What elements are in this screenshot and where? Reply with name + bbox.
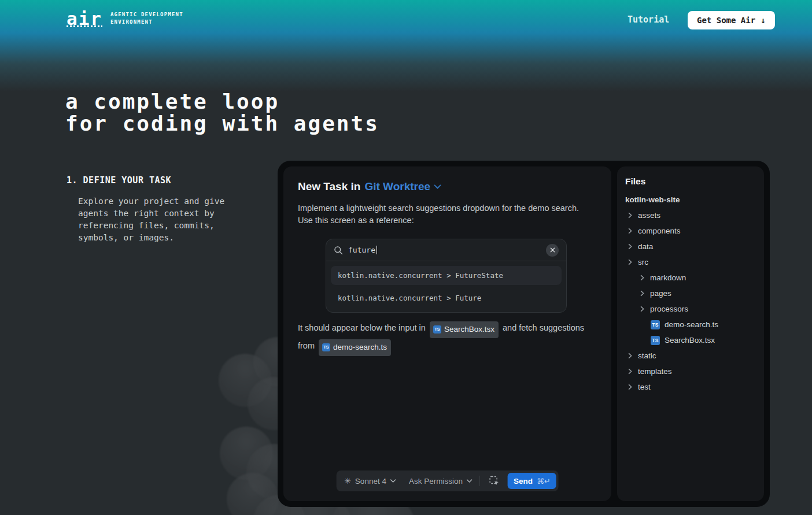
spark-icon: ✳ (344, 476, 351, 486)
tree-label: static (638, 351, 656, 360)
chevron-down-icon (467, 479, 473, 483)
tree-label: pages (650, 289, 671, 298)
composer-bar: ✳ Sonnet 4 Ask Permission (336, 470, 559, 491)
chevron-down-icon (390, 479, 396, 483)
task-panel-title: New Task in Git Worktree (298, 180, 441, 193)
tree-label: demo-search.ts (665, 320, 718, 329)
tree-label: data (638, 242, 653, 251)
divider (479, 476, 480, 486)
tree-label: markdown (650, 273, 686, 282)
file-tree: kotlin-web-site assets components data s… (617, 192, 764, 395)
suggestions-list: kotlin.native.concurrent > FutureState k… (326, 261, 566, 312)
get-some-air-button[interactable]: Get Some Air ↓ (688, 11, 775, 29)
file-chip-label: SearchBox.tsx (444, 322, 494, 337)
search-input-row[interactable]: future (326, 239, 566, 261)
tree-label: SearchBox.tsx (665, 336, 715, 344)
hero-title: a complete loop for coding with agents (65, 91, 379, 135)
chevron-right-icon (627, 353, 633, 359)
tree-file-demo-search[interactable]: TS demo-search.ts (617, 317, 764, 332)
tree-label: test (638, 383, 651, 391)
files-panel-title: Files (625, 176, 645, 187)
task-description-line2: Use this screen as a reference: (298, 214, 594, 227)
suggestion-item[interactable]: kotlin.native.concurrent > Future (331, 288, 562, 307)
screenshot-select-icon[interactable] (487, 473, 502, 488)
tree-folder-processors[interactable]: processors (617, 301, 764, 317)
file-chip-demo-search[interactable]: TSdemo-search.ts (319, 339, 391, 356)
git-worktree-dropdown[interactable]: Git Worktree (364, 180, 441, 193)
nav-tutorial-link[interactable]: Tutorial (628, 14, 669, 25)
tree-label: processors (650, 305, 688, 313)
send-shortcut: ⌘↵ (537, 477, 551, 486)
typescript-icon: TS (433, 325, 441, 334)
typescript-icon: TS (651, 320, 660, 329)
suggestion-item[interactable]: kotlin.native.concurrent > FutureState (331, 266, 562, 285)
file-chip-searchbox[interactable]: TSSearchBox.tsx (430, 321, 499, 338)
model-label: Sonnet 4 (355, 477, 386, 486)
chevron-right-icon (627, 368, 633, 375)
search-icon (334, 246, 343, 255)
footnote-text-1: It should appear below the input in (298, 323, 426, 332)
model-selector[interactable]: ✳ Sonnet 4 (344, 476, 396, 486)
step-description: Explore your project and give agents the… (78, 195, 235, 244)
clear-search-button[interactable] (546, 244, 559, 257)
tree-folder-pages[interactable]: pages (617, 286, 764, 301)
step-define-task: 1. DEFINE YOUR TASK Explore your project… (67, 175, 240, 244)
cta-label: Get Some Air (697, 16, 755, 25)
tree-folder-static[interactable]: static (617, 348, 764, 364)
tree-folder-components[interactable]: components (617, 223, 764, 239)
hero-title-line2: for coding with agents (65, 113, 379, 135)
tree-file-searchbox[interactable]: TS SearchBox.tsx (617, 332, 764, 348)
logo-tagline: AGENTIC DEVELOPMENT ENVIRONMENT (110, 11, 183, 26)
files-panel: Files kotlin-web-site assets components … (617, 166, 764, 501)
demo-frame: New Task in Git Worktree Implement a lig… (278, 161, 770, 507)
text-caret (377, 246, 378, 254)
hero-title-line1: a complete loop (65, 91, 379, 113)
chevron-right-icon (627, 243, 633, 250)
tree-label: assets (638, 211, 660, 220)
typescript-icon: TS (322, 343, 330, 351)
permission-selector[interactable]: Ask Permission (409, 477, 473, 486)
tree-folder-data[interactable]: data (617, 239, 764, 254)
tree-root-kotlin-web-site[interactable]: kotlin-web-site (617, 192, 764, 208)
chevron-right-icon (627, 212, 633, 218)
task-description: Implement a lightweight search suggestio… (298, 202, 594, 227)
file-chip-label: demo-search.ts (333, 340, 387, 355)
chevron-right-icon (639, 290, 645, 297)
tree-label: components (638, 227, 681, 235)
chevron-right-icon (627, 228, 633, 234)
chevron-right-icon (639, 275, 645, 281)
chevron-right-icon (627, 259, 633, 265)
task-description-line1: Implement a lightweight search suggestio… (298, 202, 594, 214)
typescript-icon: TS (651, 336, 660, 345)
chevron-right-icon (639, 306, 645, 312)
git-worktree-label: Git Worktree (364, 180, 430, 193)
permission-label: Ask Permission (409, 477, 463, 486)
tree-folder-assets[interactable]: assets (617, 208, 764, 223)
tree-label: templates (638, 367, 672, 376)
tree-label: src (638, 258, 648, 266)
send-label: Send (514, 477, 533, 486)
chevron-right-icon (627, 384, 633, 390)
send-button[interactable]: Send ⌘↵ (508, 473, 556, 489)
task-footnote: It should appear below the input in TSSe… (298, 320, 596, 356)
logo-tagline-line1: AGENTIC DEVELOPMENT (110, 12, 183, 17)
page: air AGENTIC DEVELOPMENT ENVIRONMENT Tuto… (0, 0, 812, 515)
logo[interactable]: air AGENTIC DEVELOPMENT ENVIRONMENT (67, 9, 183, 28)
task-title-prefix: New Task in (298, 180, 360, 193)
new-task-panel: New Task in Git Worktree Implement a lig… (283, 166, 611, 501)
tree-folder-test[interactable]: test (617, 379, 764, 395)
download-arrow-icon: ↓ (761, 16, 765, 25)
tree-folder-templates[interactable]: templates (617, 364, 764, 379)
tree-folder-src[interactable]: src (617, 254, 764, 270)
search-input[interactable]: future (348, 246, 375, 254)
tree-folder-markdown[interactable]: markdown (617, 270, 764, 286)
logo-wordmark: air (67, 9, 102, 28)
logo-tagline-line2: ENVIRONMENT (110, 19, 153, 25)
chevron-down-icon (434, 184, 441, 189)
step-title: 1. DEFINE YOUR TASK (67, 175, 240, 186)
search-reference-card: future kotlin.native.concurrent > Future… (326, 239, 567, 313)
